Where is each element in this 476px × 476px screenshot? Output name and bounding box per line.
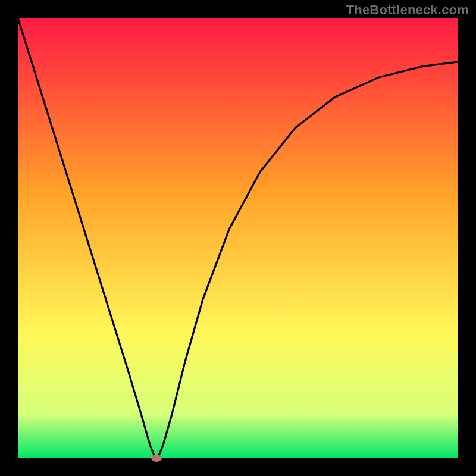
- bottleneck-chart: [0, 0, 476, 476]
- optimal-point-marker: [151, 455, 162, 462]
- chart-frame: TheBottleneck.com: [0, 0, 476, 476]
- watermark-text: TheBottleneck.com: [346, 2, 469, 18]
- plot-background: [18, 18, 458, 458]
